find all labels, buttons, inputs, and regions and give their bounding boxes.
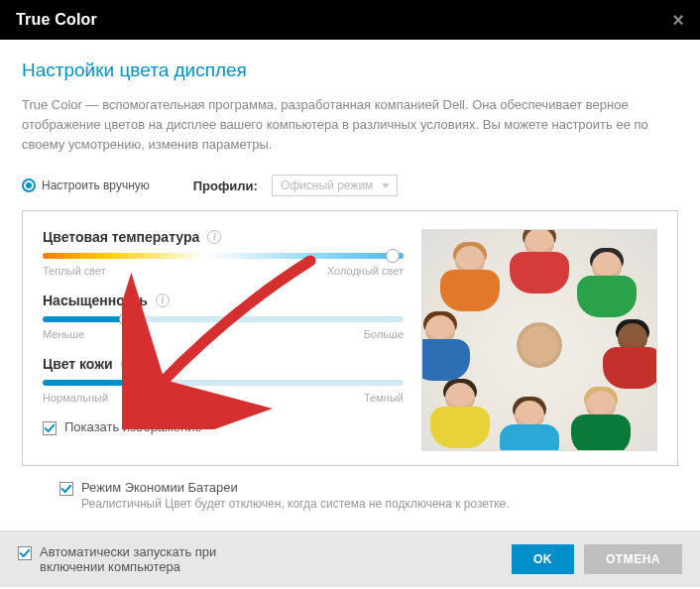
profiles-select[interactable]: Офисный режим — [272, 175, 398, 196]
manual-tune-radio[interactable]: Настроить вручную — [22, 178, 150, 192]
temperature-right-label: Холодный свет — [327, 265, 404, 277]
skin-left-label: Нормальный — [43, 392, 108, 404]
temperature-left-label: Теплый свет — [43, 265, 106, 277]
skin-title: Цвет кожи — [43, 356, 113, 372]
manual-tune-label: Настроить вручную — [42, 178, 150, 192]
app-title: True Color — [16, 11, 97, 29]
battery-sub: Реалистичный Цвет будет отключен, когда … — [81, 497, 510, 511]
slider-thumb[interactable] — [133, 376, 147, 390]
temperature-title: Цветовая температура — [43, 229, 199, 245]
slider-thumb[interactable] — [119, 312, 133, 326]
saturation-slider[interactable] — [43, 316, 404, 322]
slider-thumb[interactable] — [386, 249, 400, 263]
page-description: True Color — вспомогательная программа, … — [22, 95, 678, 155]
footer: Автоматически запускать при включении ко… — [0, 530, 700, 587]
temperature-slider[interactable] — [43, 253, 404, 259]
battery-checkbox[interactable]: Режим Экономии Батареи Реалистичный Цвет… — [59, 480, 678, 511]
close-icon[interactable]: × — [672, 9, 684, 32]
autostart-label: Автоматически запускать при включении ко… — [40, 544, 276, 574]
mode-row: Настроить вручную Профили: Офисный режим — [22, 175, 678, 196]
info-icon[interactable]: i — [156, 294, 170, 307]
checkbox-icon — [18, 546, 32, 560]
skin-block: Цвет кожи i Нормальный Темный — [43, 356, 404, 404]
slider-fill — [43, 380, 140, 386]
show-image-label: Показать изображение — [64, 419, 202, 434]
profiles-label: Профили: — [193, 178, 258, 193]
skin-slider[interactable] — [43, 380, 404, 386]
saturation-block: Насыщенность i Меньше Больше — [43, 293, 404, 340]
cancel-button[interactable]: ОТМЕНА — [584, 544, 682, 574]
battery-row: Режим Экономии Батареи Реалистичный Цвет… — [59, 480, 678, 511]
autostart-checkbox[interactable]: Автоматически запускать при включении ко… — [18, 544, 276, 574]
content-area: Настройки цвета дисплея True Color — всп… — [0, 40, 700, 530]
sliders-column: Цветовая температура i Теплый свет Холод… — [43, 229, 404, 451]
sliders-panel: Цветовая температура i Теплый свет Холод… — [22, 210, 678, 466]
page-title: Настройки цвета дисплея — [22, 59, 678, 81]
saturation-right-label: Больше — [364, 328, 404, 340]
slider-fill — [43, 316, 126, 322]
info-icon[interactable]: i — [207, 230, 221, 244]
skin-right-label: Темный — [364, 392, 404, 404]
info-icon[interactable]: i — [121, 357, 135, 371]
preview-image — [421, 229, 657, 451]
battery-title: Режим Экономии Батареи — [81, 480, 510, 495]
temperature-block: Цветовая температура i Теплый свет Холод… — [43, 229, 404, 277]
titlebar: True Color × — [0, 0, 700, 40]
show-image-checkbox[interactable]: Показать изображение — [43, 419, 404, 435]
saturation-title: Насыщенность — [43, 293, 148, 308]
radio-icon — [22, 178, 36, 192]
checkbox-icon — [43, 421, 57, 435]
saturation-left-label: Меньше — [43, 328, 84, 340]
ok-button[interactable]: OK — [512, 544, 574, 574]
checkbox-icon — [59, 482, 73, 496]
